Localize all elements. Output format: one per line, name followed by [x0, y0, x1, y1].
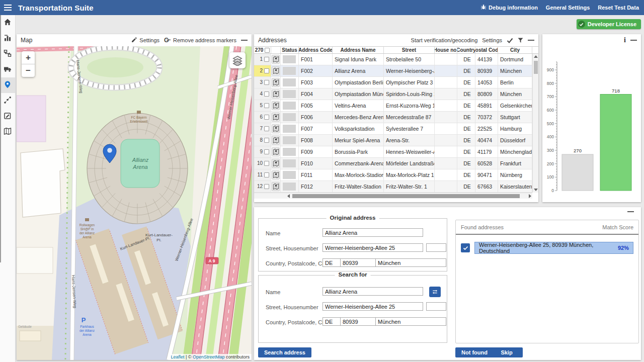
show-on-map-button[interactable] [272, 124, 280, 133]
found-addresses-panel: Found addresses Match Score Werner-Heise… [455, 220, 639, 343]
row-checkbox[interactable] [264, 115, 269, 120]
info-icon[interactable]: i [624, 36, 626, 44]
row-checkbox[interactable] [264, 126, 269, 131]
skip-button[interactable]: Skip [491, 347, 523, 357]
sidebar-item-map-book[interactable] [0, 124, 15, 140]
vertical-scrollbar[interactable] [532, 54, 538, 193]
show-on-map-button[interactable] [272, 147, 280, 156]
developer-license-badge[interactable]: Developer License [577, 19, 641, 29]
vertical-scroll-thumb[interactable] [534, 61, 538, 74]
start-verification-button[interactable]: Start verification/geocoding [411, 37, 478, 43]
leaflet-link[interactable]: Leaflet [171, 354, 184, 359]
show-on-map-button[interactable] [272, 159, 280, 168]
sidebar-item-home[interactable] [0, 15, 15, 31]
table-row[interactable]: 2F002Allianz ArenaWerner-Heisenberg-Alle… [254, 65, 532, 77]
original-name-input[interactable] [323, 228, 423, 237]
sidebar-item-route[interactable] [0, 93, 15, 109]
search-city-input[interactable] [375, 317, 446, 326]
search-housenumber-input[interactable] [426, 302, 446, 311]
zoom-out-button[interactable]: − [22, 64, 35, 77]
row-checkbox[interactable] [264, 172, 269, 177]
show-on-map-button[interactable] [272, 170, 280, 179]
sidebar-item-truck[interactable] [0, 62, 15, 77]
show-on-map-button[interactable] [272, 66, 280, 75]
status-cell [281, 135, 299, 146]
scroll-left-arrow[interactable] [287, 194, 290, 198]
scroll-up-arrow[interactable] [534, 55, 538, 58]
map-settings-button[interactable]: Settings [131, 37, 159, 44]
sidebar-scrollbar[interactable] [0, 15, 1, 262]
addresses-settings-button[interactable]: Settings [482, 37, 502, 43]
general-settings-button[interactable]: General Settings [546, 5, 590, 11]
table-row[interactable]: 7F007VolksparkstadionSylvesterallee 7DE2… [254, 123, 532, 135]
map-layers-button[interactable] [229, 52, 246, 68]
cell-country: DE [457, 100, 475, 111]
show-on-map-button[interactable] [272, 136, 280, 145]
row-checkbox[interactable] [264, 161, 269, 166]
search-address-button[interactable]: Search address [258, 347, 311, 357]
search-postalcode-input[interactable] [340, 317, 376, 326]
original-city-input[interactable] [375, 258, 446, 267]
table-row[interactable]: 4F004Olympiastadion MünchenSpiridon-Loui… [254, 88, 532, 100]
original-country-input[interactable] [323, 258, 341, 267]
row-checkbox[interactable] [264, 138, 269, 143]
found-address-result[interactable]: Werner-Heisenberg-Allee 25, 80939 Münche… [474, 242, 633, 254]
table-row[interactable]: 5F005Veltins-ArenaErnst-Kuzorra-Weg 1DE4… [254, 100, 532, 112]
show-on-map-button[interactable] [272, 55, 280, 64]
verification-minimize-button[interactable] [627, 211, 634, 212]
confirm-check-icon[interactable] [507, 38, 513, 43]
debug-information-button[interactable]: Debug information [480, 4, 538, 11]
hamburger-menu-icon[interactable] [0, 0, 15, 15]
show-on-map-button[interactable] [272, 113, 280, 122]
row-checkbox[interactable] [264, 184, 269, 189]
table-row[interactable]: 3F003Olympiastadion BerlinOlympischer Pl… [254, 77, 532, 88]
original-street-input[interactable] [323, 243, 423, 252]
original-housenumber-input[interactable] [426, 243, 446, 252]
show-on-map-button[interactable] [272, 101, 280, 110]
not-found-button[interactable]: Not found [455, 347, 494, 357]
sidebar-item-notes[interactable] [0, 109, 15, 124]
map-canvas[interactable]: Allianz Arena FC Bayern Erlebniswelt Rol… [17, 46, 252, 360]
table-row[interactable]: 10F010Commerzbank-ArenaMörfelder Landstr… [254, 158, 532, 169]
geocode-reset-icon: G [164, 37, 171, 44]
row-checkbox[interactable] [264, 68, 269, 73]
horizontal-scrollbar[interactable] [254, 193, 532, 199]
row-checkbox[interactable] [264, 92, 269, 97]
copy-original-button[interactable] [429, 287, 441, 297]
row-checkbox[interactable] [264, 80, 269, 85]
show-on-map-button[interactable] [272, 182, 280, 191]
map-minimize-button[interactable] [241, 40, 248, 41]
search-country-input[interactable] [323, 317, 341, 326]
bar-chart: 0100200300400500600700800900270718 [544, 48, 639, 200]
row-checkbox[interactable] [264, 149, 269, 154]
row-map-cell [271, 77, 281, 88]
table-row[interactable]: 1F001Signal Iduna ParkStrobelallee 50DE4… [254, 54, 532, 65]
addresses-minimize-button[interactable] [528, 40, 534, 41]
show-on-map-button[interactable] [272, 78, 280, 87]
filter-icon[interactable] [518, 38, 523, 43]
show-on-map-button[interactable] [272, 89, 280, 99]
sidebar-item-statistics[interactable] [0, 31, 15, 46]
scroll-right-arrow[interactable] [529, 194, 531, 198]
zoom-in-button[interactable]: + [22, 51, 35, 64]
table-row[interactable]: 12F012Fritz-Walter-StadionFritz-Walter-S… [254, 181, 532, 193]
row-checkbox[interactable] [264, 57, 269, 62]
original-postalcode-input[interactable] [340, 258, 376, 267]
scroll-down-arrow[interactable] [534, 189, 538, 191]
remove-address-markers-button[interactable]: G Remove address markers [164, 37, 236, 44]
select-all-checkbox[interactable] [265, 48, 270, 53]
sidebar-item-transfer[interactable] [0, 46, 15, 62]
row-checkbox[interactable] [264, 103, 269, 108]
horizontal-scroll-thumb[interactable] [292, 194, 520, 198]
table-row[interactable]: 6F006Mercedes-Benz ArenaMercedesstraße 8… [254, 112, 532, 123]
search-name-input[interactable] [323, 287, 423, 296]
table-row[interactable]: 11F011Max-Morlock-StadionMax-Morlock-Pla… [254, 169, 532, 181]
found-address-checkbox[interactable] [461, 243, 470, 252]
chart-minimize-button[interactable] [630, 40, 637, 41]
osm-link[interactable]: OpenStreetMap [193, 354, 225, 359]
reset-test-data-button[interactable]: Reset Test Data [598, 5, 639, 11]
search-street-input[interactable] [323, 302, 423, 311]
table-row[interactable]: 9F009Borussia-ParkHennes-Weisweiler-Alle… [254, 146, 532, 158]
sidebar-item-location-pin[interactable] [0, 77, 15, 93]
table-row[interactable]: 8F008Merkur Spiel-ArenaArena-Str.DE40474… [254, 135, 532, 146]
